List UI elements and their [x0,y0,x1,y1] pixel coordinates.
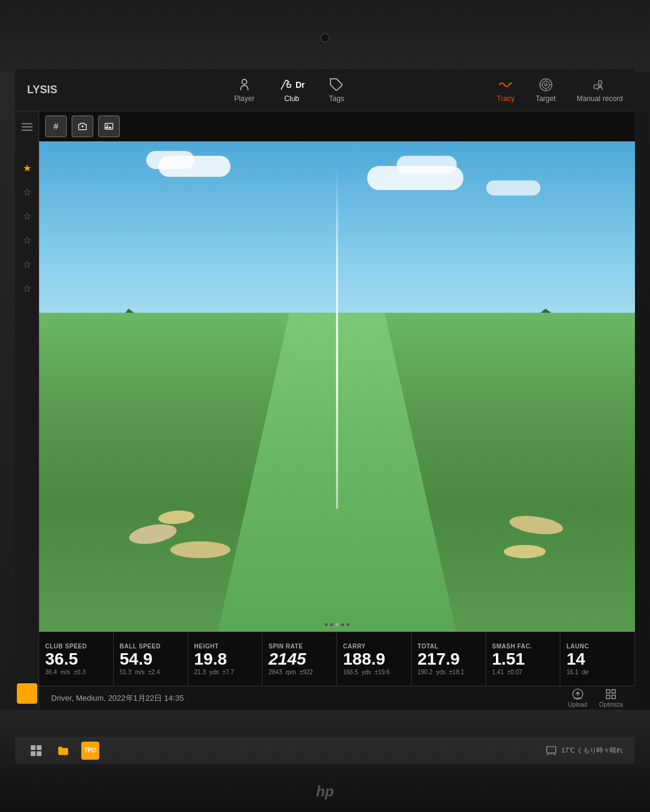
cloud-5 [486,180,540,195]
top-nav: LYSIS Player [15,69,635,111]
nav-item-club[interactable]: Dr Club [279,78,305,103]
camera-button[interactable] [72,115,93,137]
monitor-top-bezel [0,0,650,72]
stat-launch-sub: 16.1 de [566,669,589,675]
stat-h-delta: ±7.7 [223,669,234,675]
svg-rect-23 [37,745,42,750]
stat-t-delta: ±18.1 [449,669,464,675]
weather-text: 17℃ くもり時々晴れ [562,746,623,755]
stat-sm-delta: ±0.07 [507,669,522,675]
sidebar-orange-btn[interactable] [17,683,37,704]
nav-manual-label: Manual record [577,94,623,103]
stat-smash: SMASH FAC. 1.51 1.41 ±0.07 [486,632,561,686]
screen-area: LYSIS Player [15,69,635,710]
stat-cs-unit: m/s [60,669,70,675]
stat-h-prev: 21.3 [194,669,206,675]
view-toolbar: # [39,111,635,141]
stat-total: TOTAL 217.9 190.2 yds ±18.1 [412,632,486,686]
dots-indicator [325,621,350,629]
stat-total-value: 217.9 [418,651,460,668]
nav-item-player[interactable]: Player [234,78,255,103]
stat-cs-prev: 36.4 [45,669,57,675]
sidebar-menu-icon[interactable] [17,117,37,137]
stat-spin-rate: SPIN RATE 2145 2843 rpm ±922 [262,632,337,686]
webcam [320,33,330,43]
bunker-right-2 [504,545,546,558]
taskbar-folder-icon[interactable] [54,742,72,760]
taskbar-tpo-button[interactable]: TPO [81,742,99,760]
svg-point-0 [242,79,247,84]
stat-carry-label: CARRY [343,643,366,650]
nav-item-manual[interactable]: Manual record [577,78,623,103]
stats-bar: CLUB SPEED 36.5 36.4 m/s ±0.3 BALL SPEED [39,632,635,686]
nav-club-label: Club [284,94,299,103]
optimize-button[interactable]: Optimiza [599,688,623,708]
bunker-left-3 [170,541,231,558]
nav-item-tags[interactable]: Tags [329,78,344,103]
sidebar-star-3[interactable]: ☆ [17,206,37,226]
nav-tracy-label: Tracy [497,94,515,103]
nav-item-target[interactable]: Target [536,78,556,103]
image-button[interactable] [98,115,120,137]
cloud-2 [146,151,194,169]
stat-spin-value: 2145 [268,651,306,668]
taskbar: TPO 17℃ くもり時々晴れ [15,737,635,764]
stat-h-unit: yds [209,669,219,675]
svg-point-5 [545,84,547,86]
hash-button[interactable]: # [45,115,67,137]
upload-button[interactable]: Upload [568,688,587,708]
svg-rect-15 [105,123,113,129]
sidebar-star-4[interactable]: ☆ [17,230,37,250]
optimize-label: Optimiza [599,701,623,708]
stat-sp-unit: rpm [286,669,296,675]
tag-icon [329,78,344,92]
sidebar-star-6[interactable]: ☆ [17,278,37,298]
stat-smash-label: SMASH FAC. [492,643,533,650]
monitor-bottom-bezel: TPO 17℃ くもり時々晴れ hp [0,710,650,812]
monitor: LYSIS Player [0,0,650,812]
person-icon [237,78,252,92]
nav-item-tracy[interactable]: Tracy [497,78,515,103]
stat-sp-delta: ±922 [300,669,313,675]
weather-display: 17℃ くもり時々晴れ [546,745,623,756]
sidebar-star-2[interactable]: ☆ [17,182,37,201]
bottom-bar: Driver, Medium, 2022年1月22日 14:35 Upload [39,686,635,710]
stat-carry-sub: 166.5 yds ±19.6 [343,669,390,675]
course-view [39,141,635,632]
hp-logo: hp [316,783,333,800]
manual-record-icon [593,78,607,92]
svg-rect-24 [31,751,36,756]
club-sub-label: Dr [296,80,305,90]
stat-bs-prev: 51.3 [120,669,131,675]
svg-rect-14 [22,130,32,131]
stat-club-speed-label: CLUB SPEED [45,643,87,650]
svg-point-16 [107,125,108,126]
weather-icon [546,745,557,756]
sidebar-star-1[interactable]: ★ [17,158,37,177]
stat-sm-prev: 1.41 [492,669,504,675]
svg-rect-22 [31,745,36,750]
stat-club-speed-sub: 36.4 m/s ±0.3 [45,669,85,675]
stat-height: HEIGHT 19.8 21.3 yds ±7.7 [188,632,263,686]
taskbar-grid-icon[interactable] [27,742,45,760]
stat-height-sub: 21.3 yds ±7.7 [194,669,234,675]
stat-smash-sub: 1.41 ±0.07 [492,669,522,675]
svg-rect-1 [287,84,291,87]
stat-ball-speed-value: 54.9 [120,651,153,668]
stat-t-unit: yds [436,669,446,675]
svg-point-4 [542,81,549,88]
left-sidebar: ★ ☆ ☆ ☆ ☆ ☆ [15,111,39,710]
stat-spin-label: SPIN RATE [268,643,303,650]
shot-info: Driver, Medium, 2022年1月22日 14:35 [51,693,568,704]
stat-height-value: 19.8 [194,651,228,668]
stat-l-unit: de [582,669,589,675]
stat-bs-delta: ±2.4 [148,669,159,675]
app-title: LYSIS [27,84,57,96]
nav-tags-label: Tags [329,94,344,103]
sidebar-star-5[interactable]: ☆ [17,254,37,274]
tracy-icon [498,78,513,92]
dot-1 [325,623,328,626]
stat-launch-label: LAUNC [566,643,589,650]
stat-club-speed-value: 36.5 [45,651,78,668]
stat-l-prev: 16.1 [566,669,578,675]
